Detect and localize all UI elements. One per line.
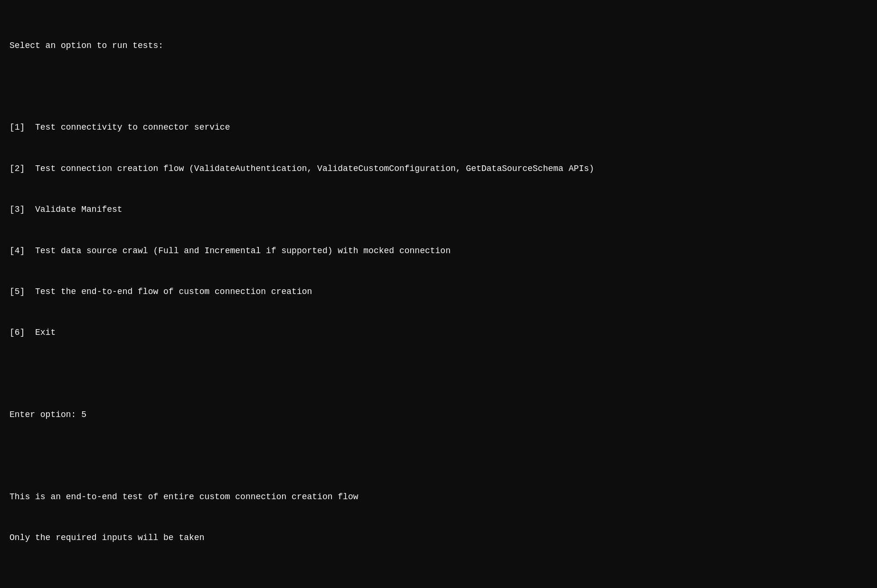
description-2: Only the required inputs will be taken xyxy=(9,531,868,545)
terminal-output: Select an option to run tests: [1] Test … xyxy=(9,11,868,588)
menu-item-5: [5] Test the end-to-end flow of custom c… xyxy=(9,285,868,299)
description-1: This is an end-to-end test of entire cus… xyxy=(9,490,868,504)
menu-item-3: [3] Validate Manifest xyxy=(9,203,868,217)
menu-item-1: [1] Test connectivity to connector servi… xyxy=(9,121,868,134)
header-line: Select an option to run tests: xyxy=(9,39,868,53)
enter-option: Enter option: 5 xyxy=(9,408,868,422)
menu-item-2: [2] Test connection creation flow (Valid… xyxy=(9,162,868,176)
menu-item-6: [6] Exit xyxy=(9,326,868,340)
menu-item-4: [4] Test data source crawl (Full and Inc… xyxy=(9,244,868,258)
